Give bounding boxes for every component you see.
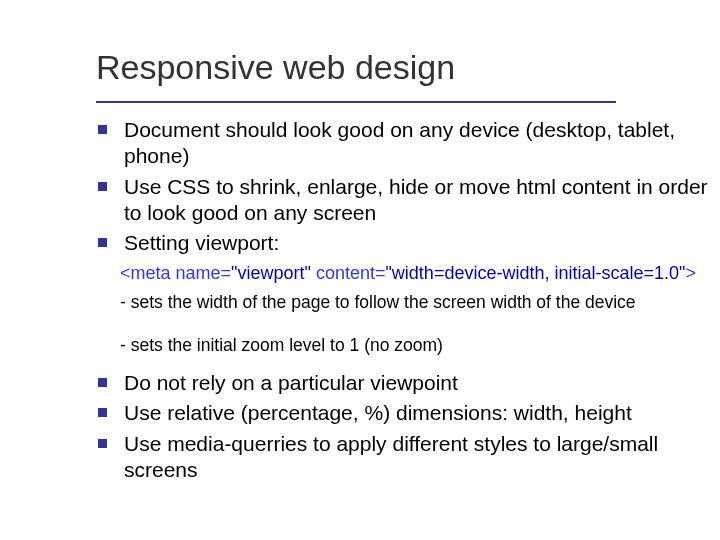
code-token: "width=device-width, initial-scale=1.0" [385,263,685,283]
list-item: Use relative (percentage, %) dimensions:… [96,400,720,426]
bullet-list-bottom: Do not rely on a particular viewpoint Us… [96,370,720,483]
slide-title: Responsive web design [96,48,720,87]
code-token: < [120,263,131,283]
list-item-text: Use media-querries to apply different st… [124,432,658,481]
sub-note: - sets the initial zoom level to 1 (no z… [120,334,720,356]
square-bullet-icon [98,439,107,448]
list-item: Do not rely on a particular viewpoint [96,370,720,396]
code-token: name [171,263,221,283]
list-item-text: Use CSS to shrink, enlarge, hide or move… [124,175,708,224]
list-item: Use media-querries to apply different st… [96,431,720,484]
spacer [96,360,720,370]
list-item-text: Use relative (percentage, %) dimensions:… [124,401,632,424]
square-bullet-icon [98,238,107,247]
list-item: Use CSS to shrink, enlarge, hide or move… [96,174,720,227]
slide: Responsive web design Document should lo… [0,0,720,540]
square-bullet-icon [98,408,107,417]
square-bullet-icon [98,378,107,387]
title-underline [96,101,616,103]
spacer [96,318,720,328]
list-item-text: Document should look good on any device … [124,118,675,167]
code-token: = [221,263,232,283]
code-token: content [311,263,375,283]
code-token: meta [131,263,171,283]
square-bullet-icon [98,182,107,191]
code-token: = [375,263,386,283]
sub-note: - sets the width of the page to follow t… [120,291,720,313]
list-item-text: Setting viewport: [124,231,279,254]
code-token: > [685,263,696,283]
code-token: "viewport" [231,263,311,283]
bullet-list-top: Document should look good on any device … [96,117,720,256]
square-bullet-icon [98,125,107,134]
list-item: Setting viewport: [96,230,720,256]
list-item-text: Do not rely on a particular viewpoint [124,371,458,394]
code-snippet: <meta name="viewport" content="width=dev… [120,262,720,285]
list-item: Document should look good on any device … [96,117,720,170]
